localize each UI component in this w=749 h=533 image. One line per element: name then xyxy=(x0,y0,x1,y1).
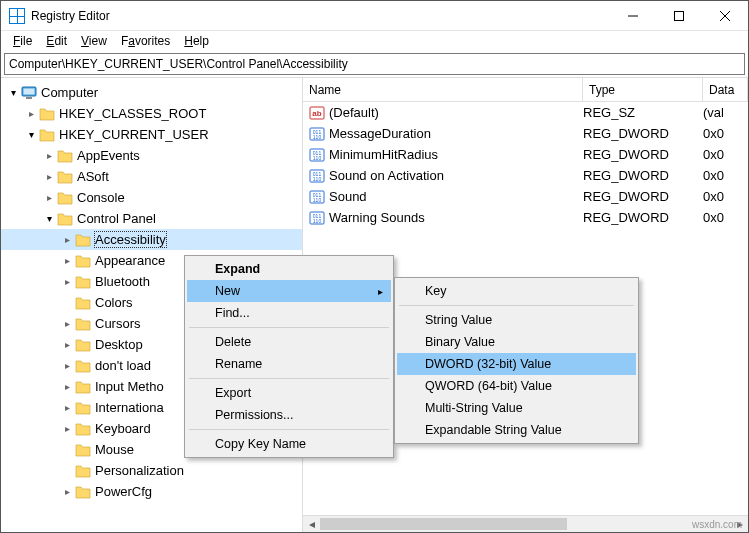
address-text: Computer\HKEY_CURRENT_USER\Control Panel… xyxy=(9,57,348,71)
reg-binary-icon xyxy=(309,126,325,142)
computer-icon xyxy=(21,85,37,101)
reg-binary-icon xyxy=(309,147,325,163)
column-name[interactable]: Name xyxy=(303,78,583,101)
chevron-right-icon[interactable]: ▸ xyxy=(41,150,57,161)
chevron-right-icon[interactable]: ▸ xyxy=(59,234,75,245)
menu-item-new-expandstring[interactable]: Expandable String Value xyxy=(397,419,636,441)
value-row[interactable]: MinimumHitRadiusREG_DWORD0x0 xyxy=(303,144,748,165)
chevron-right-icon[interactable]: ▸ xyxy=(59,402,75,413)
context-menu-key: Expand New▸ Find... Delete Rename Export… xyxy=(184,255,394,458)
chevron-down-icon[interactable]: ▾ xyxy=(23,129,39,140)
folder-icon xyxy=(75,232,91,248)
svg-rect-8 xyxy=(675,11,684,20)
reg-string-icon xyxy=(309,105,325,121)
chevron-right-icon[interactable]: ▸ xyxy=(59,276,75,287)
folder-icon xyxy=(39,127,55,143)
tree-label: Cursors xyxy=(95,316,141,331)
menu-item-new[interactable]: New▸ xyxy=(187,280,391,302)
reg-binary-icon xyxy=(309,168,325,184)
menu-item-delete[interactable]: Delete xyxy=(187,331,391,353)
chevron-right-icon[interactable]: ▸ xyxy=(59,318,75,329)
tree-node[interactable]: ▸AppEvents xyxy=(1,145,302,166)
menu-item-find[interactable]: Find... xyxy=(187,302,391,324)
menu-item-new-qword[interactable]: QWORD (64-bit) Value xyxy=(397,375,636,397)
chevron-right-icon[interactable]: ▸ xyxy=(41,192,57,203)
tree-node-computer[interactable]: ▾ Computer xyxy=(1,82,302,103)
close-button[interactable] xyxy=(702,1,748,31)
value-row[interactable]: MessageDurationREG_DWORD0x0 xyxy=(303,123,748,144)
horizontal-scrollbar[interactable]: ◂ ▸ xyxy=(303,515,748,532)
tree-node-hkcr[interactable]: ▸ HKEY_CLASSES_ROOT xyxy=(1,103,302,124)
chevron-right-icon[interactable]: ▸ xyxy=(59,423,75,434)
value-name: MessageDuration xyxy=(329,126,583,141)
menu-item-new-dword[interactable]: DWORD (32-bit) Value xyxy=(397,353,636,375)
menu-item-new-key[interactable]: Key xyxy=(397,280,636,302)
scroll-left-icon[interactable]: ◂ xyxy=(303,516,320,533)
value-type: REG_DWORD xyxy=(583,168,703,183)
chevron-right-icon[interactable]: ▸ xyxy=(23,108,39,119)
menu-separator xyxy=(189,429,389,430)
address-bar[interactable]: Computer\HKEY_CURRENT_USER\Control Panel… xyxy=(4,53,745,75)
folder-icon xyxy=(75,337,91,353)
chevron-right-icon[interactable]: ▸ xyxy=(59,360,75,371)
menu-item-copy-key-name[interactable]: Copy Key Name xyxy=(187,433,391,455)
menu-item-new-multistring[interactable]: Multi-String Value xyxy=(397,397,636,419)
folder-icon xyxy=(39,106,55,122)
tree-label: Colors xyxy=(95,295,133,310)
value-row[interactable]: SoundREG_DWORD0x0 xyxy=(303,186,748,207)
menu-item-new-string[interactable]: String Value xyxy=(397,309,636,331)
value-row[interactable]: Warning SoundsREG_DWORD0x0 xyxy=(303,207,748,228)
chevron-right-icon[interactable]: ▸ xyxy=(59,486,75,497)
scroll-track[interactable] xyxy=(320,516,731,532)
menu-file[interactable]: File xyxy=(7,32,38,50)
chevron-right-icon[interactable]: ▸ xyxy=(59,381,75,392)
maximize-button[interactable] xyxy=(656,1,702,31)
chevron-right-icon[interactable]: ▸ xyxy=(41,171,57,182)
reg-binary-icon xyxy=(309,210,325,226)
window-controls xyxy=(610,1,748,31)
column-type[interactable]: Type xyxy=(583,78,703,101)
value-type: REG_DWORD xyxy=(583,147,703,162)
value-data: 0x0 xyxy=(703,189,748,204)
menu-item-rename[interactable]: Rename xyxy=(187,353,391,375)
tree-node[interactable]: ▸Console xyxy=(1,187,302,208)
tree-node[interactable]: ▸Accessibility xyxy=(1,229,302,250)
value-type: REG_SZ xyxy=(583,105,703,120)
tree-label: don't load xyxy=(95,358,151,373)
tree-node[interactable]: ▾Control Panel xyxy=(1,208,302,229)
tree-label: Computer xyxy=(41,85,98,100)
value-row[interactable]: Sound on ActivationREG_DWORD0x0 xyxy=(303,165,748,186)
menu-item-permissions[interactable]: Permissions... xyxy=(187,404,391,426)
folder-icon xyxy=(75,442,91,458)
menu-edit[interactable]: Edit xyxy=(40,32,73,50)
tree-label: Bluetooth xyxy=(95,274,150,289)
menu-item-expand[interactable]: Expand xyxy=(187,258,391,280)
chevron-down-icon[interactable]: ▾ xyxy=(5,87,21,98)
tree-label: Accessibility xyxy=(95,232,166,247)
tree-label: HKEY_CURRENT_USER xyxy=(59,127,209,142)
tree-node-hkcu[interactable]: ▾ HKEY_CURRENT_USER xyxy=(1,124,302,145)
menu-view[interactable]: View xyxy=(75,32,113,50)
window-title: Registry Editor xyxy=(31,9,610,23)
scroll-thumb[interactable] xyxy=(320,518,567,530)
value-row[interactable]: (Default)REG_SZ(val xyxy=(303,102,748,123)
value-type: REG_DWORD xyxy=(583,210,703,225)
tree-label: Input Metho xyxy=(95,379,164,394)
menu-favorites[interactable]: Favorites xyxy=(115,32,176,50)
tree-label: Appearance xyxy=(95,253,165,268)
chevron-down-icon[interactable]: ▾ xyxy=(41,213,57,224)
tree-node[interactable]: ▸PowerCfg xyxy=(1,481,302,502)
folder-icon xyxy=(75,463,91,479)
column-header: Name Type Data xyxy=(303,78,748,102)
tree-node[interactable]: ▸ASoft xyxy=(1,166,302,187)
minimize-button[interactable] xyxy=(610,1,656,31)
tree-label: ASoft xyxy=(77,169,109,184)
menu-item-new-binary[interactable]: Binary Value xyxy=(397,331,636,353)
menu-item-export[interactable]: Export xyxy=(187,382,391,404)
column-data[interactable]: Data xyxy=(703,78,748,101)
chevron-right-icon[interactable]: ▸ xyxy=(59,255,75,266)
value-data: 0x0 xyxy=(703,126,748,141)
chevron-right-icon[interactable]: ▸ xyxy=(59,339,75,350)
menu-help[interactable]: Help xyxy=(178,32,215,50)
tree-node[interactable]: Personalization xyxy=(1,460,302,481)
